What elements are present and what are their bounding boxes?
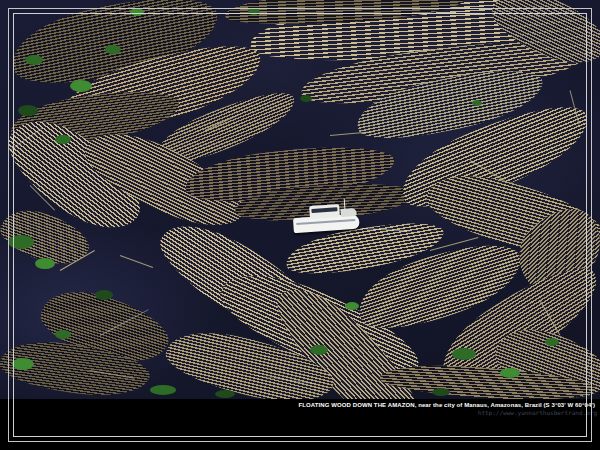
wallpaper-photo-page: FLOATING WOOD DOWN THE AMAZON, near the … <box>0 0 600 450</box>
vegetation-patch <box>345 302 359 310</box>
vegetation-patch <box>95 290 113 300</box>
vegetation-patch <box>55 330 71 339</box>
vegetation-patch <box>452 348 476 360</box>
vegetation-patch <box>300 95 312 102</box>
vegetation-patch <box>150 385 176 395</box>
vegetation-patch <box>18 105 38 116</box>
aerial-photo <box>0 0 600 399</box>
vegetation-patch <box>70 80 92 92</box>
vegetation-patch <box>248 8 260 15</box>
boat <box>292 201 360 236</box>
vegetation-patch <box>55 135 71 144</box>
photo-caption: FLOATING WOOD DOWN THE AMAZON, near the … <box>298 402 595 408</box>
vegetation-patch <box>130 8 144 16</box>
vegetation-patch <box>12 358 34 370</box>
photographer-url[interactable]: http://www.yannarthusbertrand.org <box>478 409 597 416</box>
vegetation-patch <box>8 235 34 249</box>
vegetation-patch <box>545 338 559 346</box>
vegetation-patch <box>35 258 55 269</box>
stray-log <box>120 255 153 268</box>
vegetation-patch <box>215 390 235 398</box>
vegetation-patch <box>25 55 43 65</box>
vegetation-patch <box>500 368 520 378</box>
vegetation-patch <box>105 45 121 54</box>
vegetation-patch <box>472 100 482 106</box>
vegetation-patch <box>432 388 450 396</box>
vegetation-patch <box>310 345 328 355</box>
boat-bow-deck <box>340 208 357 217</box>
